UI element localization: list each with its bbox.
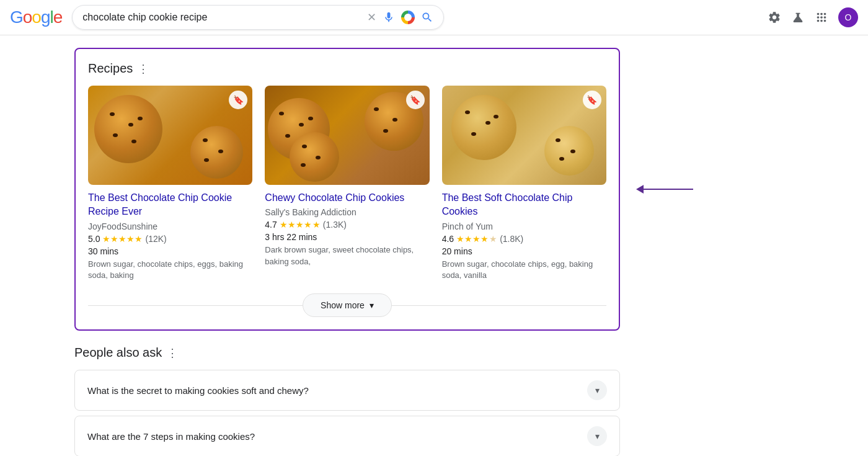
recipe-card-1[interactable]: 🔖 The Best Chocolate Chip Cookie Recipe …: [88, 86, 252, 281]
show-more-container: Show more ▾: [88, 293, 606, 317]
recipe-time-3: 20 mins: [442, 246, 606, 256]
rating-count-3: (1.8K): [500, 234, 523, 244]
recipe-ingredients-1: Brown sugar, chocolate chips, eggs, baki…: [88, 259, 252, 281]
bookmark-button-3[interactable]: 🔖: [583, 91, 601, 109]
faq-question-2: What are the 7 steps in making cookies?: [87, 431, 255, 442]
recipe-time-2: 3 hrs 22 mins: [265, 232, 429, 242]
arrow-annotation: [636, 185, 693, 194]
stars-2: ★★★★★: [280, 220, 321, 230]
show-more-line-right: [392, 305, 606, 306]
recipe-source-1: JoyFoodSunshine: [88, 221, 252, 231]
recipe-image-container-3: 🔖: [442, 86, 606, 185]
people-ask-title: People also ask: [74, 346, 162, 360]
faq-chevron-2: ▾: [587, 426, 607, 446]
recipe-rating-value-2: 4.7: [265, 220, 277, 230]
recipe-image-2: [265, 86, 429, 185]
arrow-head: [636, 185, 644, 194]
recipes-header: Recipes ⋮: [88, 61, 606, 76]
recipe-image-1: [88, 86, 252, 185]
recipe-source-2: Sally's Baking Addiction: [265, 207, 429, 217]
people-ask-menu-button[interactable]: ⋮: [167, 346, 178, 360]
header-actions: O: [768, 7, 858, 27]
faq-item-1[interactable]: What is the secret to making cookies sof…: [74, 370, 620, 411]
rating-count-1: (12K): [145, 234, 166, 244]
search-input[interactable]: [82, 12, 361, 23]
recipe-rating-value-3: 4.6: [442, 234, 454, 244]
recipes-grid: 🔖 The Best Chocolate Chip Cookie Recipe …: [88, 86, 606, 281]
recipe-time-1: 30 mins: [88, 246, 252, 256]
recipes-menu-button[interactable]: ⋮: [138, 62, 149, 76]
clear-search-button[interactable]: ✕: [367, 11, 376, 24]
google-logo[interactable]: Google: [10, 7, 62, 27]
apps-button[interactable]: [815, 11, 828, 24]
recipe-card-3[interactable]: 🔖 The Best Soft Chocolate Chip Cookies P…: [442, 86, 606, 281]
show-more-label: Show more: [321, 300, 365, 310]
recipe-source-3: Pinch of Yum: [442, 221, 606, 231]
recipe-card-2[interactable]: 🔖 Chewy Chocolate Chip Cookies Sally's B…: [265, 86, 429, 281]
recipe-image-3: [442, 86, 606, 185]
header: Google ✕ O: [0, 0, 868, 35]
recipe-ingredients-3: Brown sugar, chocolate chips, egg, bakin…: [442, 259, 606, 281]
recipe-title-3[interactable]: The Best Soft Chocolate Chip Cookies: [442, 191, 606, 219]
labs-button[interactable]: [791, 11, 805, 24]
recipe-image-container-1: 🔖: [88, 86, 252, 185]
voice-search-button[interactable]: [383, 11, 395, 24]
recipes-title: Recipes: [88, 61, 133, 76]
arrow-line: [644, 189, 693, 190]
main-content: Recipes ⋮: [0, 35, 744, 456]
search-bar: ✕: [72, 5, 444, 30]
faq-question-1: What is the secret to making cookies sof…: [87, 385, 309, 396]
google-lens-button[interactable]: [401, 11, 415, 24]
recipe-rating-3: 4.6 ★★★★★ (1.8K): [442, 234, 606, 244]
faq-chevron-1: ▾: [587, 380, 607, 400]
stars-1: ★★★★★: [102, 234, 143, 244]
recipe-title-1[interactable]: The Best Chocolate Chip Cookie Recipe Ev…: [88, 191, 252, 219]
faq-item-2[interactable]: What are the 7 steps in making cookies? …: [74, 416, 620, 456]
search-submit-button[interactable]: [421, 11, 433, 24]
settings-button[interactable]: [768, 11, 781, 24]
recipe-image-container-2: 🔖: [265, 86, 429, 185]
show-more-line-left: [88, 305, 303, 306]
people-also-ask-section: People also ask ⋮ What is the secret to …: [74, 346, 620, 456]
rating-count-2: (1.3K): [323, 220, 347, 230]
recipe-title-2[interactable]: Chewy Chocolate Chip Cookies: [265, 191, 429, 205]
recipe-ingredients-2: Dark brown sugar, sweet chocolate chips,…: [265, 244, 429, 267]
bookmark-button-2[interactable]: 🔖: [406, 91, 425, 109]
avatar[interactable]: O: [838, 7, 858, 27]
recipe-rating-2: 4.7 ★★★★★ (1.3K): [265, 220, 429, 230]
recipes-box: Recipes ⋮: [74, 48, 620, 331]
recipe-rating-value-1: 5.0: [88, 234, 100, 244]
chevron-down-icon: ▾: [370, 300, 374, 310]
recipe-rating-1: 5.0 ★★★★★ (12K): [88, 234, 252, 244]
show-more-button[interactable]: Show more ▾: [303, 293, 392, 317]
people-ask-header: People also ask ⋮: [74, 346, 620, 360]
stars-3: ★★★★★: [456, 234, 497, 244]
